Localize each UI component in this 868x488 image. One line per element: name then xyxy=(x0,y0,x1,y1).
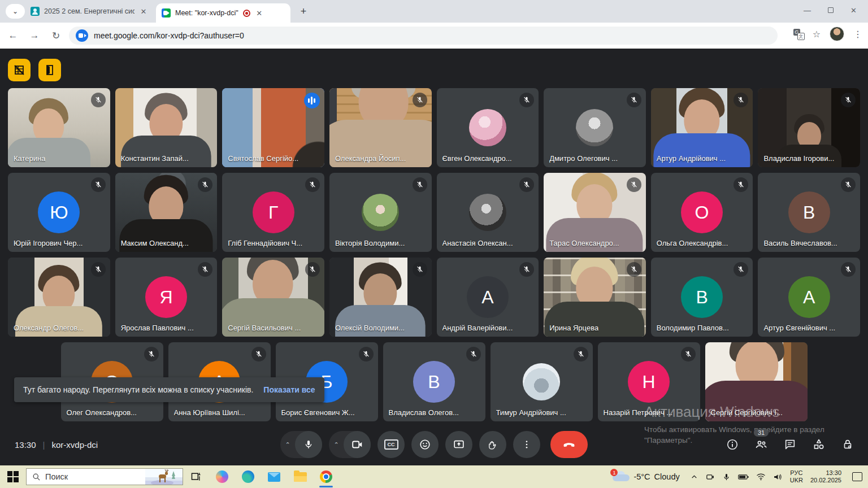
tab-meet[interactable]: Meet: "kor-xvdp-dci" ✕ xyxy=(156,3,290,23)
show-all-button[interactable]: Показати все xyxy=(263,385,315,394)
tab-close-icon[interactable]: ✕ xyxy=(139,7,148,16)
windows-logo-icon xyxy=(7,471,19,482)
taskbar-search-input[interactable]: Поиск xyxy=(26,468,183,485)
participant-tile[interactable]: Я Ярослав Павлович ... xyxy=(115,258,218,337)
leave-call-button[interactable] xyxy=(550,431,588,458)
participant-tile[interactable]: В Владислав Олегов... xyxy=(383,342,485,421)
participant-name: Ярослав Павлович ... xyxy=(121,324,194,332)
participant-tile[interactable]: О Ольга Олександрів... xyxy=(651,173,753,252)
participant-avatar: В xyxy=(413,361,455,403)
camera-toggle-button[interactable] xyxy=(344,431,371,458)
language-indicator[interactable]: РУС UKR xyxy=(790,469,803,484)
camera-options-chevron-icon[interactable]: ⌃ xyxy=(329,441,344,448)
activities-button[interactable] xyxy=(812,438,826,451)
extension-gridview-button[interactable] xyxy=(8,59,31,81)
participant-tile[interactable]: Євген Олександро... xyxy=(437,88,539,167)
participant-name: Максим Олександ... xyxy=(121,239,189,247)
participant-tile[interactable]: Сергій Васильович ... xyxy=(222,258,324,337)
participant-tile[interactable]: Святослав Сергійо... xyxy=(222,88,324,167)
extension-door-button[interactable] xyxy=(38,59,61,81)
meeting-details-button[interactable] xyxy=(726,438,739,451)
weather-widget[interactable]: 1 -5°C Cloudy xyxy=(613,471,679,482)
folder-icon xyxy=(294,472,307,482)
present-screen-button[interactable] xyxy=(445,431,472,458)
host-controls-button[interactable] xyxy=(841,438,854,451)
chrome-button[interactable] xyxy=(313,465,339,488)
search-placeholder: Поиск xyxy=(45,472,68,481)
participant-name: Борис Євгенович Ж... xyxy=(281,408,355,417)
forward-button[interactable]: → xyxy=(26,27,43,44)
address-bar[interactable]: meet.google.com/kor-xvdp-dci?authuser=0 xyxy=(69,27,778,45)
file-explorer-button[interactable] xyxy=(287,465,313,488)
window-restore-button[interactable] xyxy=(828,7,834,13)
participant-tile[interactable]: Катерина xyxy=(8,88,110,167)
captions-button[interactable]: CC xyxy=(377,431,405,458)
mic-muted-icon xyxy=(627,93,641,107)
browser-menu-icon[interactable]: ⋮ xyxy=(853,29,862,40)
clock[interactable]: 13:30 20.02.2025 xyxy=(810,469,841,484)
new-tab-button[interactable]: + xyxy=(297,5,310,18)
participant-tile[interactable]: Ирина Ярцева xyxy=(544,258,646,337)
participant-name: Ирина Ярцева xyxy=(549,324,598,332)
tab-close-icon[interactable]: ✕ xyxy=(255,9,264,18)
tab-search-chevron-icon[interactable]: ⌄ xyxy=(6,4,25,19)
bookmark-star-icon[interactable]: ☆ xyxy=(813,29,821,40)
chat-button[interactable] xyxy=(783,438,797,451)
mic-options-chevron-icon[interactable]: ⌃ xyxy=(280,441,295,448)
tray-volume-icon[interactable] xyxy=(773,473,783,481)
participant-tile[interactable]: Константин Запай... xyxy=(115,88,218,167)
participant-tile[interactable]: Анастасія Олексан... xyxy=(437,173,539,252)
participant-tile[interactable]: В Володимир Павлов... xyxy=(651,258,753,337)
participant-avatar: Н xyxy=(628,361,670,403)
tray-wifi-icon[interactable] xyxy=(756,473,766,481)
participant-tile[interactable]: Артур Андрійович ... xyxy=(651,88,753,167)
notification-center-icon[interactable] xyxy=(852,472,862,481)
start-button[interactable] xyxy=(0,471,26,482)
participant-tile[interactable]: А Артур Євгенійович ... xyxy=(758,258,860,337)
participant-tile[interactable]: Олександр Олегов... xyxy=(8,258,110,337)
participant-tile[interactable]: Олексій Володими... xyxy=(329,258,432,337)
participant-tile[interactable]: В Василь Вячеславов... xyxy=(758,173,860,252)
reactions-button[interactable] xyxy=(411,431,439,458)
tray-mic-icon[interactable] xyxy=(722,473,731,481)
participant-tile[interactable]: Владислав Ігорови... xyxy=(758,88,860,167)
deer-icon xyxy=(145,469,183,485)
window-minimize-button[interactable]: — xyxy=(804,6,811,15)
participant-tile[interactable]: Ю Юрій Ігорович Чер... xyxy=(8,173,110,252)
window-close-button[interactable]: ✕ xyxy=(850,6,857,15)
participant-tile[interactable]: Максим Олександ... xyxy=(115,173,218,252)
tray-camera-icon[interactable] xyxy=(705,472,715,482)
weather-cloud-icon: 1 xyxy=(613,471,630,482)
browser-profile-avatar[interactable] xyxy=(830,27,844,41)
door-icon xyxy=(44,64,56,76)
participant-tile[interactable]: Олександра Йосип... xyxy=(329,88,432,167)
back-button[interactable]: ← xyxy=(5,27,21,44)
grid-disabled-icon xyxy=(13,64,25,76)
mic-muted-icon xyxy=(198,262,212,277)
mail-button[interactable] xyxy=(261,465,287,488)
reload-button[interactable]: ↻ xyxy=(47,27,64,44)
participant-name: Юрій Ігорович Чер... xyxy=(14,239,83,247)
participant-tile[interactable]: Г Гліб Геннадійович Ч... xyxy=(222,173,324,252)
participants-button[interactable]: 31 xyxy=(754,438,768,451)
participant-tile[interactable]: Тарас Олександро... xyxy=(544,173,646,252)
copilot-button[interactable] xyxy=(209,465,235,488)
participant-tile[interactable]: Тимур Андрійович ... xyxy=(491,342,593,421)
tray-expand-chevron-icon[interactable] xyxy=(691,473,698,481)
participant-name: Гліб Геннадійович Ч... xyxy=(228,239,302,247)
mic-toggle-button[interactable] xyxy=(295,431,322,458)
task-view-button[interactable] xyxy=(183,465,209,488)
activities-shapes-icon xyxy=(812,438,826,451)
tray-battery-icon[interactable] xyxy=(738,473,749,481)
translate-icon[interactable] xyxy=(793,29,804,39)
participant-name: Константин Запай... xyxy=(121,154,189,163)
participant-tile[interactable]: Дмитро Олегович ... xyxy=(544,88,646,167)
tab-classroom[interactable]: 2025 2 сем. Енергетичні систе ✕ xyxy=(25,0,154,23)
raise-hand-button[interactable] xyxy=(479,431,506,458)
edge-button[interactable] xyxy=(235,465,261,488)
participant-tile[interactable]: Вікторія Володими... xyxy=(329,173,432,252)
chat-icon xyxy=(784,438,796,451)
more-options-button[interactable] xyxy=(513,431,540,458)
search-icon xyxy=(32,473,41,481)
participant-tile[interactable]: А Андрій Валерійови... xyxy=(437,258,539,337)
